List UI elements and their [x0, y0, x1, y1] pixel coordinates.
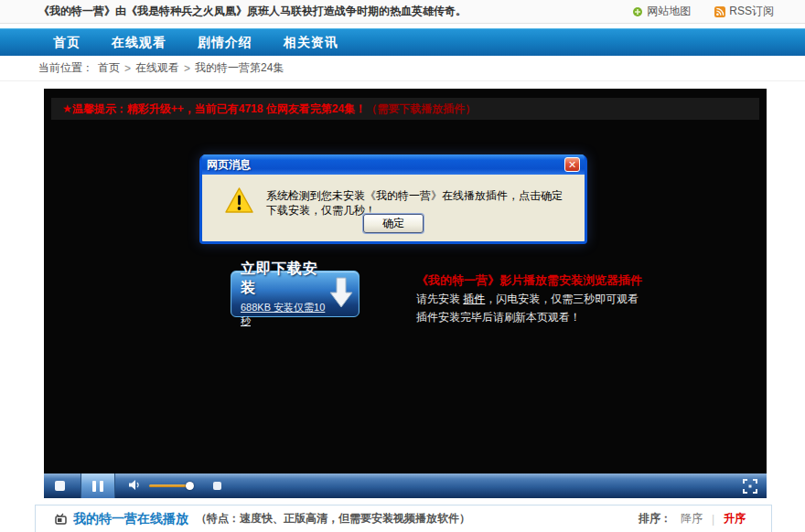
player-notice: ★温馨提示：精彩升级++，当前已有4718 位网友看完第24集！ （需要下载播放… [51, 98, 759, 120]
warning-icon [224, 186, 254, 214]
rss-label: RSS订阅 [729, 4, 774, 19]
top-bar: 《我的特一营》由《我是特种兵之火凤凰》原班人马联袂打造战争时期的热血英雄传奇。 … [0, 0, 805, 24]
download-button-title: 立即下载安装 [241, 260, 326, 298]
footer-bar: 我的特一营在线播放 （特点：速度快、正版高清，但需要安装视频播放软件） 排序： … [35, 505, 772, 532]
rss-icon [714, 6, 725, 17]
breadcrumb-prefix: 当前位置： [38, 60, 93, 76]
plugin-line2-suffix: ，闪电安装，仅需三秒即可观看 [485, 293, 639, 305]
ok-button[interactable]: 确定 [363, 214, 424, 233]
footer-play-title[interactable]: 我的特一营在线播放 [73, 511, 188, 527]
video-player: ★温馨提示：精彩升级++，当前已有4718 位网友看完第24集！ （需要下载播放… [44, 89, 767, 498]
nav-item-home[interactable]: 首页 [53, 35, 80, 51]
plugin-info: 《我的特一营》影片播放需安装浏览器插件 请先安装 插件，闪电安装，仅需三秒即可观… [416, 271, 642, 326]
notice-text: ★温馨提示：精彩升级++，当前已有4718 位网友看完第24集！ [62, 101, 366, 117]
dialog-title: 网页消息 [207, 157, 251, 173]
dialog-title-bar[interactable]: 网页消息 ✕ [202, 154, 585, 175]
volume-knob[interactable] [186, 482, 194, 490]
nav-item-related-news[interactable]: 相关资讯 [284, 35, 338, 51]
plugin-line2-prefix: 请先安装 [416, 293, 463, 305]
sitemap-link[interactable]: 网站地图 [632, 4, 691, 19]
main-nav: 首页 在线观看 剧情介绍 相关资讯 [0, 28, 805, 56]
download-install-button[interactable]: 立即下载安装 688KB 安装仅需10秒 [231, 271, 360, 317]
page: 《我的特一营》由《我是特种兵之火凤凰》原班人马联袂打造战争时期的热血英雄传奇。 … [0, 0, 805, 532]
player-control-bar [44, 473, 767, 498]
breadcrumb: 当前位置： 首页 > 在线观看 > 我的特一营第24集 [0, 56, 805, 81]
top-links: 网站地图 RSS订阅 [632, 4, 774, 19]
plugin-link[interactable]: 插件 [463, 293, 485, 305]
breadcrumb-separator: > [184, 62, 190, 75]
stop-icon[interactable] [55, 481, 65, 491]
volume-icon[interactable] [128, 478, 142, 495]
tv-icon [54, 513, 68, 526]
sitemap-icon [632, 6, 643, 17]
sort-separator: | [712, 513, 714, 526]
plugin-info-line3: 插件安装完毕后请刷新本页观看！ [416, 308, 642, 326]
volume-slider[interactable] [149, 482, 197, 490]
pause-button[interactable] [80, 473, 115, 498]
footer-note: （特点：速度快、正版高清，但需要安装视频播放软件） [196, 511, 470, 527]
webpage-message-dialog: 网页消息 ✕ 系统检测到您未安装《我的特一营》在线播放插件，点击确定下载安装，仅… [199, 154, 587, 244]
nav-item-plot-intro[interactable]: 剧情介绍 [198, 35, 252, 51]
breadcrumb-home[interactable]: 首页 [98, 60, 120, 76]
download-button-texts: 立即下载安装 688KB 安装仅需10秒 [241, 260, 326, 328]
sort-descending-link[interactable]: 降序 [681, 511, 703, 527]
download-arrow-icon [329, 276, 353, 313]
notice-paren-text: （需要下载播放插件） [366, 101, 476, 117]
sort-controls: 排序： 降序 | 升序 [639, 511, 746, 527]
rss-link[interactable]: RSS订阅 [714, 4, 774, 19]
mini-square-button[interactable] [213, 482, 221, 490]
nav-item-watch-online[interactable]: 在线观看 [112, 35, 166, 51]
dialog-close-icon[interactable]: ✕ [564, 157, 580, 172]
plugin-info-headline: 《我的特一营》影片播放需安装浏览器插件 [416, 271, 642, 290]
fullscreen-icon[interactable] [743, 479, 757, 494]
plugin-info-line2: 请先安装 插件，闪电安装，仅需三秒即可观看 [416, 290, 642, 308]
dialog-body: 系统检测到您未安装《我的特一营》在线播放插件，点击确定下载安装，仅需几秒！ 确定 [202, 175, 585, 241]
site-description: 《我的特一营》由《我是特种兵之火凤凰》原班人马联袂打造战争时期的热血英雄传奇。 [38, 4, 467, 19]
breadcrumb-current: 我的特一营第24集 [195, 60, 284, 76]
download-button-subtitle: 688KB 安装仅需10秒 [241, 301, 326, 328]
sort-label: 排序： [639, 511, 671, 527]
sitemap-label: 网站地图 [647, 4, 691, 19]
sort-ascending-link[interactable]: 升序 [724, 511, 746, 527]
breadcrumb-watch-online[interactable]: 在线观看 [135, 60, 179, 76]
breadcrumb-separator: > [124, 62, 131, 75]
